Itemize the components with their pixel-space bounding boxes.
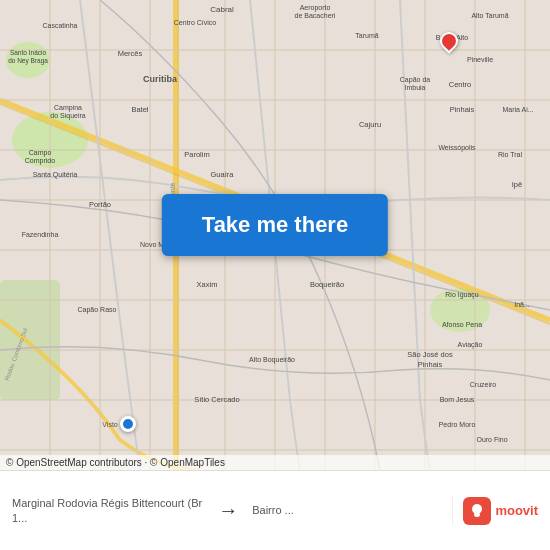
svg-text:Pedro Moro: Pedro Moro [439,421,476,428]
svg-text:Cascatinha: Cascatinha [42,22,77,29]
moovit-icon [463,497,491,525]
svg-text:Curitiba: Curitiba [143,74,178,84]
svg-text:Alto Boqueirão: Alto Boqueirão [249,356,295,364]
svg-text:Pinhais: Pinhais [418,360,443,369]
attribution-text: © OpenStreetMap contributors · © OpenMap… [6,457,225,468]
route-from: Marginal Rodovia Régis Bittencourt (Br 1… [12,496,212,525]
svg-text:Santa Quitéria: Santa Quitéria [33,171,78,179]
svg-text:Visto: Visto [102,421,118,428]
svg-text:Cajuru: Cajuru [359,120,381,129]
svg-text:Ouro Fino: Ouro Fino [476,436,507,443]
svg-text:Boqueirão: Boqueirão [310,280,344,289]
svg-text:São José dos: São José dos [407,350,453,359]
svg-text:Tarumã: Tarumã [355,32,378,39]
map-container: Cabral Aeroporto de Bacacheri Alto Tarum… [0,0,550,470]
svg-text:Parolim: Parolim [184,150,209,159]
map-attribution: © OpenStreetMap contributors · © OpenMap… [0,455,550,470]
svg-text:Aeroporto: Aeroporto [300,4,331,12]
destination-marker [440,32,458,54]
svg-text:Mercês: Mercês [118,49,143,58]
origin-marker [120,416,136,432]
svg-text:Sítio Cercado: Sítio Cercado [194,395,239,404]
svg-text:Pineville: Pineville [467,56,493,63]
svg-text:Inã...: Inã... [514,301,530,308]
svg-text:Campina: Campina [54,104,82,112]
route-to: Bairro ... [244,503,444,517]
svg-text:Pinhais: Pinhais [450,105,475,114]
svg-text:Batel: Batel [131,105,148,114]
svg-text:Centro Cívico: Centro Cívico [174,19,217,26]
route-arrow: → [212,499,244,522]
svg-text:Guaíra: Guaíra [211,170,235,179]
svg-text:Aviação: Aviação [458,341,483,349]
svg-text:Bom Jesus: Bom Jesus [440,396,475,403]
svg-text:Capão Raso: Capão Raso [78,306,117,314]
svg-text:Rio Tral: Rio Tral [498,151,523,158]
svg-text:do Siqueira: do Siqueira [50,112,86,120]
svg-text:Imbuia: Imbuia [404,84,425,91]
svg-text:Weissópolis: Weissópolis [438,144,476,152]
svg-text:Afonso Pena: Afonso Pena [442,321,482,328]
svg-text:Xaxim: Xaxim [197,280,218,289]
svg-text:Alto Tarumã: Alto Tarumã [471,12,508,19]
bottom-bar: Marginal Rodovia Régis Bittencourt (Br 1… [0,470,550,550]
svg-text:Campo: Campo [29,149,52,157]
svg-text:de Bacacheri: de Bacacheri [295,12,336,19]
take-me-there-button[interactable]: Take me there [162,194,388,256]
svg-text:Ipê: Ipê [512,180,522,189]
svg-text:Fazendinha: Fazendinha [22,231,59,238]
moovit-logo: moovit [452,497,538,525]
svg-text:Centro: Centro [449,80,472,89]
svg-text:Portão: Portão [89,200,111,209]
route-from-label: Marginal Rodovia Régis Bittencourt (Br 1… [12,496,204,525]
moovit-text: moovit [495,503,538,518]
route-to-label: Bairro ... [252,503,444,517]
svg-text:Comprido: Comprido [25,157,55,165]
svg-text:Santo Inácio: Santo Inácio [10,49,47,56]
svg-text:Cabral: Cabral [210,5,234,14]
svg-rect-81 [474,512,480,517]
svg-text:Capão da: Capão da [400,76,430,84]
svg-text:Maria Ai...: Maria Ai... [502,106,533,113]
svg-text:do Ney Braga: do Ney Braga [8,57,48,65]
svg-text:Rio Iguaçu: Rio Iguaçu [445,291,479,299]
svg-text:Cruzeiro: Cruzeiro [470,381,497,388]
